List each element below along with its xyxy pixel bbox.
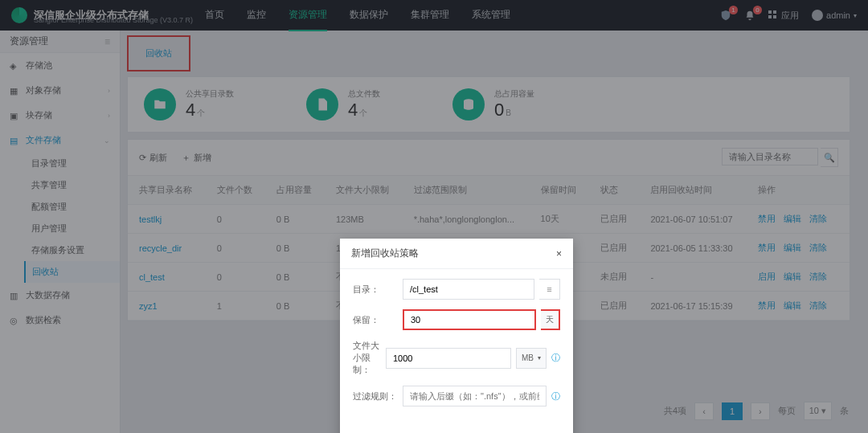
keep-input[interactable] (403, 309, 536, 330)
field-keep-days: 保留： 天 (353, 309, 560, 330)
close-icon[interactable]: × (556, 248, 562, 259)
keep-label: 保留： (353, 314, 403, 326)
filter-input[interactable] (403, 386, 547, 406)
new-recycle-policy-dialog: 新增回收站策略 × 目录： ≡ 保留： 天 文件大小限制： MB▾ ⓘ (340, 239, 573, 433)
dialog-footer: 确定 取消 (340, 426, 573, 433)
dialog-header: 新增回收站策略 × (340, 239, 573, 269)
list-picker-icon[interactable]: ≡ (539, 279, 560, 300)
size-input[interactable] (386, 348, 511, 369)
dir-input[interactable] (403, 279, 534, 300)
info-icon[interactable]: ⓘ (551, 390, 560, 402)
info-icon[interactable]: ⓘ (551, 352, 560, 364)
keep-unit: 天 (541, 309, 560, 330)
field-directory: 目录： ≡ (353, 279, 560, 300)
dialog-title: 新增回收站策略 (351, 247, 419, 260)
size-unit-select[interactable]: MB▾ (516, 348, 547, 369)
chevron-down-icon: ▾ (538, 354, 541, 362)
field-size-limit: 文件大小限制： MB▾ ⓘ (353, 340, 560, 376)
size-label: 文件大小限制： (353, 340, 386, 376)
dialog-body: 目录： ≡ 保留： 天 文件大小限制： MB▾ ⓘ 过滤规则： (340, 269, 573, 426)
filter-label: 过滤规则： (353, 390, 403, 402)
field-filter-rule: 过滤规则： ⓘ (353, 386, 560, 406)
dir-label: 目录： (353, 284, 403, 296)
